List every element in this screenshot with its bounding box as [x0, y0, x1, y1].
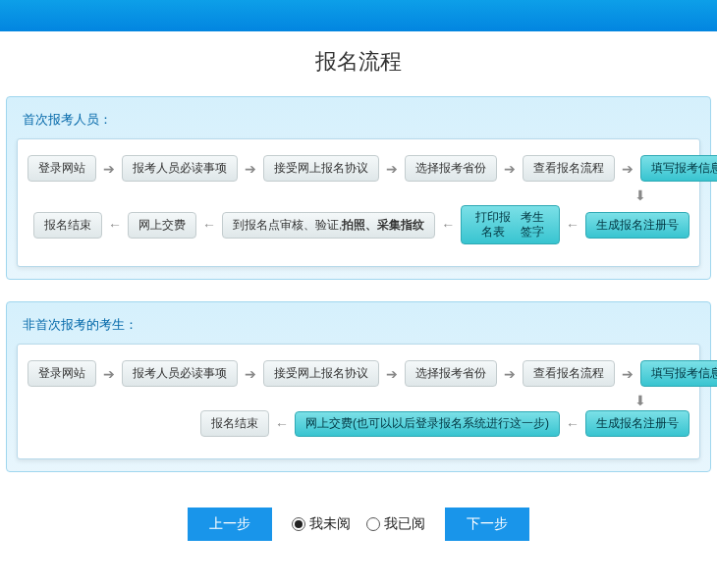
arrow-right-icon: ➔ [244, 366, 257, 382]
step-login: 登录网站 [28, 360, 96, 387]
step-print-line1: 打印报名表 [471, 210, 515, 240]
arrow-left-icon: ← [441, 217, 455, 233]
step-pay-line2: (也可以以后登录报名系统进行这一步) [353, 416, 549, 431]
arrow-left-icon: ← [202, 217, 216, 233]
step-print-line2: 考生签字 [515, 210, 549, 240]
radio-read[interactable]: 我已阅 [366, 515, 425, 533]
arrow-right-icon: ➔ [503, 161, 517, 177]
arrow-right-icon: ➔ [385, 366, 399, 382]
step-login: 登录网站 [28, 155, 96, 182]
panel-first-title: 首次报考人员： [23, 111, 700, 129]
arrow-left-icon: ← [566, 416, 579, 432]
radio-unread-label: 我未阅 [309, 515, 351, 533]
flow-repeat-row1: 登录网站 ➔ 报考人员必读事项 ➔ 接受网上报名协议 ➔ 选择报考省份 ➔ 查看… [28, 360, 689, 387]
arrow-right-icon: ➔ [621, 366, 634, 382]
flow-first: 登录网站 ➔ 报考人员必读事项 ➔ 接受网上报名协议 ➔ 选择报考省份 ➔ 查看… [17, 138, 700, 267]
arrow-right-icon: ➔ [503, 366, 517, 382]
arrow-left-icon: ← [108, 217, 122, 233]
footer-controls: 上一步 我未阅 我已阅 下一步 [0, 494, 717, 559]
arrow-down-wrap: ⬇ [28, 393, 689, 408]
arrow-down-icon: ⬇ [634, 393, 646, 408]
flow-repeat-row2: 生成报名注册号 ← 网上交费 (也可以以后登录报名系统进行这一步) ← 报名结束 [28, 410, 689, 437]
flow-first-row1: 登录网站 ➔ 报考人员必读事项 ➔ 接受网上报名协议 ➔ 选择报考省份 ➔ 查看… [28, 155, 689, 182]
next-button[interactable]: 下一步 [445, 508, 529, 541]
step-verify-bold: 拍照、采集指纹 [342, 217, 424, 234]
step-select-province: 选择报考省份 [405, 155, 497, 182]
page-title: 报名流程 [0, 31, 717, 96]
arrow-right-icon: ➔ [244, 161, 257, 177]
step-view-flow: 查看报名流程 [523, 360, 615, 387]
step-pay-line1: 网上交费 [305, 416, 353, 431]
panel-repeat: 非首次报考的考生： 登录网站 ➔ 报考人员必读事项 ➔ 接受网上报名协议 ➔ 选… [6, 301, 711, 472]
arrow-right-icon: ➔ [102, 366, 116, 382]
radio-dot-icon [366, 517, 380, 531]
step-verify-prefix: 到报名点审核、验证, [233, 217, 342, 234]
step-pay-online: 网上交费 [128, 212, 196, 239]
arrow-left-icon: ← [275, 416, 289, 432]
radio-dot-icon [292, 517, 305, 531]
radio-unread[interactable]: 我未阅 [292, 515, 351, 533]
step-accept-agreement: 接受网上报名协议 [263, 360, 379, 387]
arrow-down-wrap: ⬇ [28, 187, 689, 203]
arrow-left-icon: ← [566, 217, 579, 233]
step-gen-regno: 生成报名注册号 [585, 410, 689, 437]
step-accept-agreement: 接受网上报名协议 [263, 155, 379, 182]
flow-repeat: 登录网站 ➔ 报考人员必读事项 ➔ 接受网上报名协议 ➔ 选择报考省份 ➔ 查看… [17, 344, 700, 459]
step-onsite-verify: 到报名点审核、验证,拍照、采集指纹 [222, 212, 435, 239]
read-radio-group: 我未阅 我已阅 [292, 515, 425, 533]
step-end: 报名结束 [200, 410, 269, 437]
step-mustread: 报考人员必读事项 [122, 155, 238, 182]
radio-read-label: 我已阅 [384, 515, 425, 533]
step-end: 报名结束 [33, 212, 102, 239]
arrow-right-icon: ➔ [385, 161, 399, 177]
panel-repeat-title: 非首次报考的考生： [23, 316, 700, 334]
step-print-sign: 打印报名表 考生签字 [461, 205, 560, 244]
step-gen-regno: 生成报名注册号 [585, 212, 689, 239]
step-fill-info: 填写报考信息 [640, 155, 717, 182]
arrow-down-icon: ⬇ [634, 187, 646, 203]
step-select-province: 选择报考省份 [405, 360, 497, 387]
step-pay-online-multi: 网上交费 (也可以以后登录报名系统进行这一步) [295, 411, 560, 437]
arrow-right-icon: ➔ [102, 161, 116, 177]
prev-button[interactable]: 上一步 [188, 508, 272, 541]
panel-first-time: 首次报考人员： 登录网站 ➔ 报考人员必读事项 ➔ 接受网上报名协议 ➔ 选择报… [6, 96, 711, 280]
step-mustread: 报考人员必读事项 [122, 360, 238, 387]
top-bar [0, 0, 717, 31]
step-view-flow: 查看报名流程 [523, 155, 615, 182]
step-fill-info: 填写报考信息 [640, 360, 717, 387]
arrow-right-icon: ➔ [621, 161, 634, 177]
flow-first-row2: 生成报名注册号 ← 打印报名表 考生签字 ← 到报名点审核、验证,拍照、采集指纹… [28, 205, 689, 244]
